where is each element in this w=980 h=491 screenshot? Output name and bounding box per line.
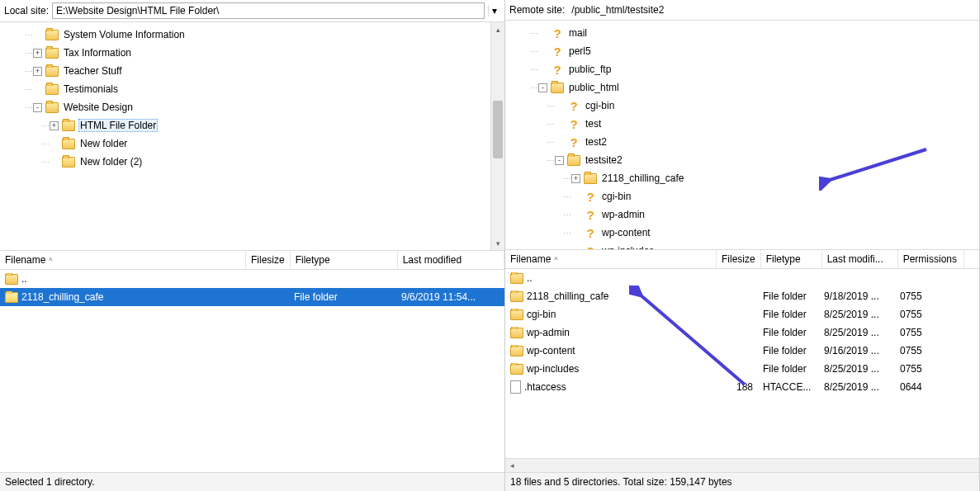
col-permissions[interactable]: Permissions [898, 250, 964, 268]
file-type: File folder [758, 363, 819, 375]
tree-item[interactable]: ⋯New folder (2) [8, 153, 504, 171]
tree-item-label: cgi-bin [600, 191, 632, 202]
file-type: File folder [289, 291, 396, 303]
remote-path-input[interactable] [568, 2, 975, 17]
remote-site-label: Remote site: [509, 4, 565, 16]
local-list[interactable]: ..2118_chilling_cafeFile folder9/6/2019 … [0, 270, 504, 472]
folder-icon [62, 120, 75, 131]
file-permissions: 0755 [895, 290, 961, 302]
unknown-icon: ? [567, 135, 580, 149]
file-type: File folder [758, 309, 819, 320]
list-row[interactable]: .. [0, 270, 504, 288]
folder-icon [510, 291, 523, 302]
tree-item[interactable]: ⋯System Volume Information [8, 26, 504, 44]
tree-item[interactable]: ⋯?mail [514, 24, 979, 42]
tree-item[interactable]: ⋯-testsite2 [514, 151, 979, 169]
tree-expander-icon[interactable]: - [555, 156, 564, 165]
folder-icon [45, 66, 59, 77]
tree-expander-icon[interactable]: - [538, 83, 547, 92]
tree-item[interactable]: ⋯-public_html [514, 78, 979, 97]
scroll-up-icon[interactable]: ▴ [491, 22, 504, 36]
file-type: HTACCE... [758, 381, 819, 393]
tree-item[interactable]: ⋯?wp-admin [514, 205, 979, 224]
list-row[interactable]: wp-includesFile folder8/25/2019 ...0755 [505, 360, 979, 378]
tree-expander-icon[interactable]: + [33, 49, 42, 58]
tree-item[interactable]: ⋯?wp-includes [514, 242, 979, 250]
tree-item[interactable]: ⋯+2118_chilling_cafe [514, 169, 979, 187]
tree-item[interactable]: ⋯?public_ftp [514, 60, 979, 78]
tree-item[interactable]: ⋯?cgi-bin [514, 187, 979, 205]
col-filetype[interactable]: Filetype [291, 251, 398, 269]
col-filename[interactable]: Filename [0, 251, 246, 269]
tree-expander-icon[interactable]: + [33, 67, 42, 76]
file-name: wp-admin [527, 327, 570, 338]
local-tree-scrollbar[interactable]: ▴ ▾ [490, 22, 504, 250]
local-tree[interactable]: ⋯System Volume Information⋯+Tax Informat… [0, 22, 504, 251]
list-row[interactable]: wp-contentFile folder9/16/2019 ...0755 [505, 342, 979, 360]
folder-icon [510, 364, 523, 375]
list-row[interactable]: .htaccess188HTACCE...8/25/2019 ...0644 [505, 378, 979, 396]
col-lastmod[interactable]: Last modifi... [822, 250, 898, 268]
col-filename[interactable]: Filename [505, 250, 717, 268]
tree-item[interactable]: ⋯+Teacher Stuff [8, 62, 504, 80]
scroll-left-icon[interactable]: ◂ [505, 461, 519, 470]
remote-list-hscroll[interactable]: ◂ [505, 458, 979, 472]
local-path-input[interactable] [52, 2, 485, 19]
unknown-icon: ? [584, 190, 597, 203]
tree-item[interactable]: ⋯?test [514, 115, 979, 133]
unknown-icon: ? [584, 208, 597, 221]
file-permissions: 0755 [895, 327, 961, 338]
col-filetype[interactable]: Filetype [761, 250, 822, 268]
tree-item[interactable]: ⋯?perl5 [514, 42, 979, 60]
tree-item-label: New folder [78, 138, 129, 149]
list-row[interactable]: 2118_chilling_cafeFile folder9/6/2019 11… [0, 288, 504, 306]
tree-item[interactable]: ⋯?wp-content [514, 224, 979, 242]
list-row[interactable]: .. [505, 269, 979, 287]
list-row[interactable]: 2118_chilling_cafeFile folder9/18/2019 .… [505, 287, 979, 305]
remote-status-bar: 18 files and 5 directories. Total size: … [505, 472, 979, 491]
tree-item[interactable]: ⋯-Website Design [8, 98, 504, 116]
scroll-down-icon[interactable]: ▾ [491, 236, 504, 250]
tree-item-label: System Volume Information [62, 29, 187, 40]
folder-icon [510, 346, 523, 356]
tree-expander-icon[interactable]: + [571, 174, 580, 183]
unknown-icon: ? [567, 117, 580, 130]
local-path-dropdown-icon[interactable]: ▾ [488, 5, 500, 17]
file-permissions: 0755 [895, 363, 961, 375]
file-name: .. [527, 272, 533, 284]
file-type: File folder [758, 290, 819, 302]
tree-expander-icon[interactable]: + [50, 121, 59, 130]
tree-item-label: testsite2 [584, 154, 624, 166]
folder-icon [45, 48, 59, 59]
tree-item-label: test [584, 118, 603, 130]
tree-item[interactable]: ⋯New folder [8, 135, 504, 153]
scroll-thumb[interactable] [493, 101, 503, 158]
tree-item-label: wp-content [600, 227, 652, 238]
list-row[interactable]: cgi-binFile folder8/25/2019 ...0755 [505, 305, 979, 323]
tree-item-label: Testimonials [62, 83, 120, 95]
col-filesize[interactable]: Filesize [246, 251, 291, 269]
tree-item-label: Teacher Stuff [62, 65, 124, 77]
tree-item[interactable]: ⋯Testimonials [8, 80, 504, 98]
file-modified: 9/16/2019 ... [819, 345, 895, 356]
folder-icon [45, 30, 59, 40]
tree-item[interactable]: ⋯+HTML File Folder [8, 116, 504, 135]
tree-expander-icon[interactable]: - [33, 103, 42, 112]
col-filesize[interactable]: Filesize [717, 250, 761, 268]
col-lastmod[interactable]: Last modified [398, 251, 504, 269]
tree-item[interactable]: ⋯?cgi-bin [514, 97, 979, 115]
tree-item[interactable]: ⋯?test2 [514, 133, 979, 151]
tree-item[interactable]: ⋯+Tax Information [8, 44, 504, 62]
folder-icon [5, 292, 18, 303]
remote-tree[interactable]: ⋯?mail⋯?perl5⋯?public_ftp⋯-public_html⋯?… [505, 21, 979, 250]
unknown-icon: ? [584, 226, 597, 239]
tree-item-label: HTML File Folder [78, 119, 158, 132]
folder-icon [551, 83, 564, 93]
file-size: 188 [717, 381, 758, 393]
tree-item-label: perl5 [567, 45, 593, 57]
local-site-label: Local site: [4, 5, 49, 17]
folder-icon [510, 273, 523, 284]
unknown-icon: ? [551, 45, 564, 58]
remote-list[interactable]: ..2118_chilling_cafeFile folder9/18/2019… [505, 269, 979, 458]
list-row[interactable]: wp-adminFile folder8/25/2019 ...0755 [505, 323, 979, 342]
